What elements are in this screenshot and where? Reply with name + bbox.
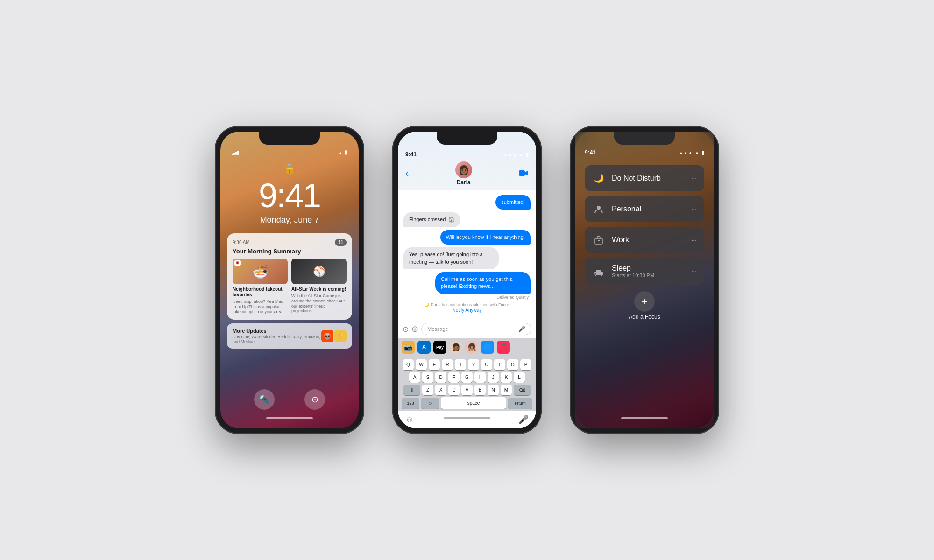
notification-time: 9:30 AM (233, 240, 250, 245)
key-c[interactable]: C (448, 385, 460, 395)
sleep-labels: Sleep Starts at 10:30 PM (612, 264, 685, 278)
shift-key[interactable]: ⇧ (403, 385, 420, 395)
focus-notice: 🌙 Darla has notifications silenced with … (403, 302, 531, 313)
key-l[interactable]: L (514, 372, 525, 383)
emoji-key[interactable]: ☺ (421, 398, 439, 409)
phone-2-messages: 9:41 ▲▲▲ ▲ ▮ ‹ 👩🏾 Darla (392, 126, 542, 434)
wifi-icon: ▲ (338, 150, 343, 155)
wifi-icon: ▲ (519, 152, 524, 157)
article-2[interactable]: All-Star Week is coming! With the All-St… (291, 259, 347, 314)
donotdisturb-label: Do Not Disturb (612, 174, 685, 182)
battery-icon: ▮ (345, 149, 347, 155)
messages-bottom-bar: ☺ 🎤 (398, 411, 536, 428)
focus-background: 9:41 ▲▲▲ ▲ ▮ 🌙 Do Not Disturb ··· (575, 132, 714, 428)
key-i[interactable]: I (494, 359, 505, 370)
video-call-button[interactable] (518, 168, 529, 179)
key-p[interactable]: P (520, 359, 531, 370)
key-v[interactable]: V (461, 385, 473, 395)
key-d[interactable]: D (435, 372, 446, 383)
mic-bottom-icon[interactable]: 🎤 (518, 414, 529, 425)
more-updates-title: More Updates (233, 328, 321, 334)
key-x[interactable]: X (435, 385, 446, 395)
focus-screen: 9:41 ▲▲▲ ▲ ▮ 🌙 Do Not Disturb ··· (575, 132, 714, 428)
flashlight-icon: 🔦 (259, 394, 269, 405)
return-key[interactable]: return (508, 398, 532, 409)
focus-item-personal[interactable]: Personal ··· (585, 196, 704, 222)
appstore-app-icon[interactable]: A (417, 341, 431, 354)
home-indicator[interactable] (444, 417, 490, 419)
applepay-app-icon[interactable]: Pay (433, 341, 446, 354)
key-r[interactable]: R (442, 359, 453, 370)
key-u[interactable]: U (481, 359, 492, 370)
sleep-sublabel: Starts at 10:30 PM (612, 273, 685, 278)
article-2-desc: With the All-Star Game just around the c… (291, 294, 347, 314)
camera-icon: ⊙ (311, 394, 318, 405)
key-y[interactable]: Y (468, 359, 479, 370)
space-key[interactable]: space (441, 397, 506, 409)
back-button[interactable]: ‹ (405, 168, 409, 180)
digitalmessage-icon[interactable]: 🌐 (481, 341, 494, 354)
reddit-icon: 👽 (321, 330, 333, 342)
key-t[interactable]: T (455, 359, 466, 370)
phone-1-lockscreen: ▲ ▮ 🔒 9:41 Monday, June 7 9:30 AM 11 You… (215, 126, 364, 434)
key-w[interactable]: W (416, 359, 427, 370)
camera-input-icon[interactable]: ⊙ (403, 325, 409, 334)
article-1[interactable]: ⊞ Neighborhood takeout favorites Need in… (233, 259, 288, 314)
key-s[interactable]: S (422, 372, 433, 383)
personal-more-button[interactable]: ··· (691, 205, 697, 213)
work-label: Work (612, 236, 685, 244)
focus-item-donotdisturb[interactable]: 🌙 Do Not Disturb ··· (585, 165, 704, 191)
key-e[interactable]: E (429, 359, 440, 370)
sleep-more-button[interactable]: ··· (691, 267, 697, 275)
notify-anyway-button[interactable]: Notify Anyway (453, 308, 482, 313)
key-n[interactable]: N (488, 385, 499, 395)
flashlight-button[interactable]: 🔦 (254, 389, 275, 410)
key-m[interactable]: M (501, 385, 512, 395)
key-o[interactable]: O (507, 359, 518, 370)
more-updates-card[interactable]: More Updates Day One, WaterMinder, Reddi… (227, 323, 352, 349)
messages-body: submitted! Fingers crossed. 🏠 Will let y… (398, 190, 536, 320)
add-focus-label: Add a Focus (585, 314, 704, 320)
notification-card[interactable]: 9:30 AM 11 Your Morning Summary ⊞ Neighb… (227, 233, 352, 320)
key-j[interactable]: J (488, 372, 499, 383)
key-q[interactable]: Q (403, 359, 414, 370)
sleep-label: Sleep (612, 264, 685, 273)
svg-rect-0 (519, 170, 525, 176)
contact-info[interactable]: 👩🏾 Darla (455, 161, 472, 186)
key-b[interactable]: B (474, 385, 486, 395)
message-input-field[interactable]: Message 🎤 (421, 323, 531, 335)
home-indicator[interactable] (266, 417, 313, 419)
messages-status-bar: 9:41 ▲▲▲ ▲ ▮ (405, 151, 529, 158)
camera-button[interactable]: ⊙ (304, 389, 325, 410)
key-123[interactable]: 123 (402, 398, 419, 409)
keyboard-bottom-row: 123 ☺ space return (400, 397, 534, 409)
emoji-bottom-icon[interactable]: ☺ (405, 415, 414, 425)
focus-item-work[interactable]: Work ··· (585, 227, 704, 253)
key-z[interactable]: Z (422, 385, 433, 395)
key-k[interactable]: K (501, 372, 512, 383)
add-focus-button[interactable]: + (634, 291, 655, 312)
key-a[interactable]: A (409, 372, 420, 383)
memoji-2-icon[interactable]: 👧🏽 (465, 341, 478, 354)
battery-icon: ▮ (526, 152, 529, 158)
key-g[interactable]: G (461, 372, 473, 383)
donotdisturb-more-button[interactable]: ··· (691, 175, 697, 182)
lock-icon: 🔒 (220, 163, 359, 174)
lock-date: Monday, June 7 (220, 215, 359, 225)
home-indicator[interactable] (621, 417, 668, 419)
tasty-icon: 🍴 (334, 330, 347, 342)
key-h[interactable]: H (474, 372, 486, 383)
work-more-button[interactable]: ··· (691, 236, 697, 244)
delete-key[interactable]: ⌫ (514, 385, 531, 395)
focus-item-sleep[interactable]: Sleep Starts at 10:30 PM ··· (585, 258, 704, 285)
more-updates-desc: Day One, WaterMinder, Reddit, Tasty, Ama… (233, 335, 321, 344)
key-f[interactable]: F (448, 372, 460, 383)
apps-input-icon[interactable]: ⊕ (411, 324, 418, 334)
keyboard[interactable]: Q W E R T Y U I O P A S D F G H (398, 357, 536, 411)
memoji-1-icon[interactable]: 👩🏾 (449, 341, 462, 354)
music-icon[interactable]: 🎵 (497, 341, 510, 354)
notification-header: 9:30 AM 11 (233, 239, 347, 246)
photos-app-icon[interactable]: 📷 (402, 341, 415, 354)
signal-bar-3 (235, 152, 237, 155)
apps-row: 📷 A Pay 👩🏾 👧🏽 🌐 🎵 (398, 338, 536, 357)
